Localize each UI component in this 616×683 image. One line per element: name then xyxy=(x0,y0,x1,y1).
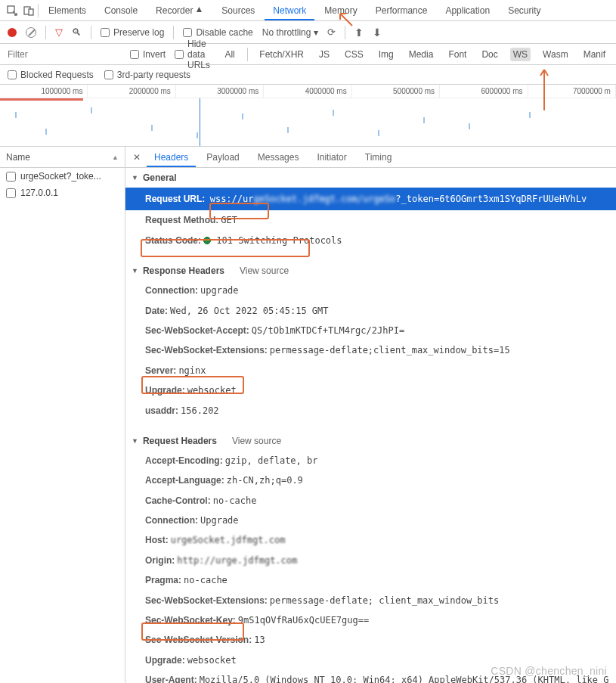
divider xyxy=(45,26,46,39)
header-row: Origin:http://urge.jdfmgt.com xyxy=(125,551,616,570)
timeline-tick: 2000000 ms xyxy=(88,85,175,98)
section-response-headers[interactable]: ▼Response HeadersView source xyxy=(125,261,616,281)
invert-checkbox[interactable]: Invert xyxy=(130,49,166,60)
disable-cache-checkbox[interactable]: Disable cache xyxy=(183,27,252,38)
timeline-tick: 5000000 ms xyxy=(352,85,440,98)
section-general[interactable]: ▼General xyxy=(125,168,616,188)
request-url-row: Request URL: wss://urgeSocket.jdfmgt.com… xyxy=(125,188,616,210)
filter-img[interactable]: Img xyxy=(376,48,397,61)
tab-console[interactable]: Console xyxy=(96,1,146,20)
header-row: Sec-WebSocket-Key:9mS1qOVfRaU6xQcUEE7gug… xyxy=(125,610,616,630)
tab-headers[interactable]: Headers xyxy=(147,147,196,167)
header-upgrade-row: Upgrade:websocket xyxy=(125,380,616,400)
filter-css[interactable]: CSS xyxy=(342,48,367,61)
svg-rect-2 xyxy=(29,9,33,15)
upload-har-icon[interactable]: ⬆ xyxy=(354,26,364,39)
header-row: Date:Wed, 26 Oct 2022 05:45:15 GMT xyxy=(125,301,616,321)
tab-security[interactable]: Security xyxy=(500,1,549,20)
divider xyxy=(91,26,91,39)
filter-fetchxhr[interactable]: Fetch/XHR xyxy=(256,48,307,61)
filter-font[interactable]: Font xyxy=(445,48,469,61)
timeline-tick: 3000000 ms xyxy=(176,85,264,98)
header-row: Cache-Control:no-cache xyxy=(125,491,616,511)
request-row[interactable]: 127.0.0.1 xyxy=(0,185,125,201)
header-row: Sec-WebSocket-Version:13 xyxy=(125,630,616,650)
search-icon[interactable]: 🔍︎ xyxy=(72,26,82,38)
tab-sources[interactable]: Sources xyxy=(213,1,263,20)
divider xyxy=(247,48,248,61)
filter-doc[interactable]: Doc xyxy=(478,48,500,61)
download-har-icon[interactable]: ⬇ xyxy=(373,26,382,39)
clear-button[interactable] xyxy=(26,27,36,38)
filter-media[interactable]: Media xyxy=(406,48,437,61)
tab-recorder[interactable]: Recorder▲ xyxy=(147,1,212,20)
header-row: Sec-WebSocket-Extensions:permessage-defl… xyxy=(125,340,616,360)
tab-timing[interactable]: Timing xyxy=(358,147,400,167)
watermark: CSDN @chenchen_nini xyxy=(491,665,607,677)
header-row: usaddr:156.202 xyxy=(125,401,616,421)
header-row: Sec-WebSocket-Accept:QS/tOb1mKTDCf+TLM4r… xyxy=(125,321,616,340)
tab-messages[interactable]: Messages xyxy=(250,147,307,167)
devtools-tabs: Elements Console Recorder▲ Sources Netwo… xyxy=(0,0,616,21)
hide-data-urls-checkbox[interactable]: Hide data URLs xyxy=(175,39,212,70)
network-toolbar: ▽ 🔍︎ Preserve log Disable cache No throt… xyxy=(0,21,616,44)
timeline-tick: 4000000 ms xyxy=(264,85,351,98)
filter-all[interactable]: All xyxy=(221,48,237,61)
tab-initiator[interactable]: Initiator xyxy=(309,147,354,167)
section-request-headers[interactable]: ▼Request HeadersView source xyxy=(125,431,616,451)
view-source-link[interactable]: View source xyxy=(240,265,289,276)
blocked-requests-checkbox[interactable]: Blocked Requests xyxy=(8,70,94,80)
tab-payload[interactable]: Payload xyxy=(199,147,246,167)
filter-bar-2: Blocked Requests 3rd-party requests xyxy=(0,65,616,85)
filter-js[interactable]: JS xyxy=(316,48,333,61)
row-checkbox[interactable] xyxy=(6,188,16,198)
divider xyxy=(38,4,39,17)
timeline-overview[interactable]: 1000000 ms 2000000 ms 3000000 ms 4000000… xyxy=(0,85,616,147)
status-code-row: Status Code: 101 Switching Protocols xyxy=(125,231,616,250)
header-row: Pragma:no-cache xyxy=(125,570,616,590)
header-row: Server:nginx xyxy=(125,361,616,380)
timeline-tick: 1000000 ms xyxy=(0,85,88,98)
filter-input[interactable] xyxy=(8,49,121,60)
sidebar-header-name[interactable]: Name▲ xyxy=(0,147,125,168)
filter-ws[interactable]: WS xyxy=(510,48,531,61)
header-row: Accept-Encoding:gzip, deflate, br xyxy=(125,451,616,470)
requests-sidebar: Name▲ urgeSocket?_toke... 127.0.0.1 xyxy=(0,147,125,683)
thirdparty-checkbox[interactable]: 3rd-party requests xyxy=(104,70,190,80)
tab-application[interactable]: Application xyxy=(437,1,498,20)
header-row: Host:urgeSocket.jdfmgt.com xyxy=(125,530,616,550)
tab-performance[interactable]: Performance xyxy=(367,1,436,20)
inspect-icon[interactable] xyxy=(5,3,20,18)
detail-tabs: ✕ Headers Payload Messages Initiator Tim… xyxy=(125,147,616,168)
request-method-row: Request Method:GET xyxy=(125,210,616,230)
divider xyxy=(345,26,345,39)
timeline-body xyxy=(0,98,616,146)
view-source-link[interactable]: View source xyxy=(232,436,281,446)
filter-icon[interactable]: ▽ xyxy=(55,26,63,38)
divider xyxy=(173,26,174,39)
header-row: Connection:upgrade xyxy=(125,281,616,300)
request-row[interactable]: urgeSocket?_toke... xyxy=(0,168,125,185)
close-icon[interactable]: ✕ xyxy=(130,152,144,163)
tab-memory[interactable]: Memory xyxy=(316,1,365,20)
filter-manifest[interactable]: Manif xyxy=(580,48,608,61)
header-row: Accept-Language:zh-CN,zh;q=0.9 xyxy=(125,470,616,490)
tab-network[interactable]: Network xyxy=(265,1,314,20)
device-icon[interactable] xyxy=(21,3,36,18)
tab-elements[interactable]: Elements xyxy=(40,1,94,20)
network-conditions-icon[interactable]: ⟳ xyxy=(327,26,336,38)
request-detail: ✕ Headers Payload Messages Initiator Tim… xyxy=(125,147,616,683)
status-dot-icon xyxy=(203,237,211,244)
filter-wasm[interactable]: Wasm xyxy=(540,48,571,61)
row-checkbox[interactable] xyxy=(6,172,16,182)
timeline-tick: 7000000 m xyxy=(528,85,616,98)
filter-bar: Invert Hide data URLs All Fetch/XHR JS C… xyxy=(0,44,616,65)
header-row: Connection:Upgrade xyxy=(125,511,616,530)
throttling-select[interactable]: No throttling ▾ xyxy=(262,27,318,38)
preserve-log-checkbox[interactable]: Preserve log xyxy=(101,27,164,38)
header-row: Sec-WebSocket-Extensions:permessage-defl… xyxy=(125,591,616,610)
record-button[interactable] xyxy=(8,28,17,37)
timeline-tick: 6000000 ms xyxy=(440,85,528,98)
